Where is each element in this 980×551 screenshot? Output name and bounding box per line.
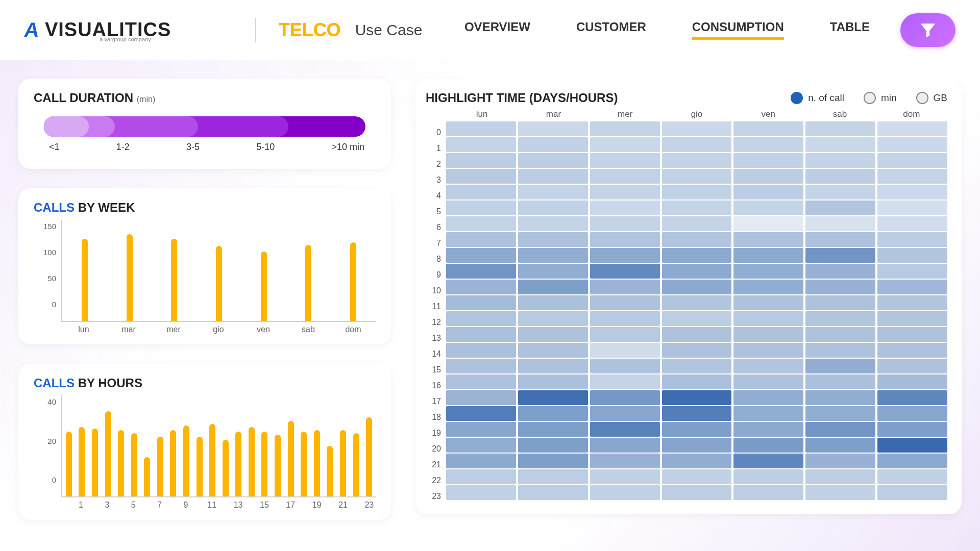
heat-cell[interactable] xyxy=(446,374,516,389)
legend-min[interactable]: min xyxy=(864,92,897,104)
heat-cell[interactable] xyxy=(590,121,660,136)
heat-cell[interactable] xyxy=(733,248,803,263)
heat-cell[interactable] xyxy=(446,327,516,342)
heat-cell[interactable] xyxy=(590,438,660,453)
bar[interactable] xyxy=(261,432,267,496)
heat-cell[interactable] xyxy=(662,137,732,152)
heat-cell[interactable] xyxy=(662,327,732,342)
bar[interactable] xyxy=(183,425,189,496)
bar[interactable] xyxy=(197,437,203,496)
heat-cell[interactable] xyxy=(590,280,660,294)
heat-cell[interactable] xyxy=(805,359,875,373)
heat-cell[interactable] xyxy=(518,469,588,484)
heat-cell[interactable] xyxy=(733,185,803,199)
heat-cell[interactable] xyxy=(805,121,875,136)
bar[interactable] xyxy=(223,440,229,496)
heat-cell[interactable] xyxy=(590,185,660,199)
heat-cell[interactable] xyxy=(662,232,732,247)
heat-cell[interactable] xyxy=(446,201,516,215)
bar[interactable] xyxy=(82,239,88,321)
heat-cell[interactable] xyxy=(877,232,947,247)
heat-cell[interactable] xyxy=(733,469,803,484)
heat-cell[interactable] xyxy=(805,248,875,263)
heat-cell[interactable] xyxy=(805,327,875,342)
heat-cell[interactable] xyxy=(446,153,516,168)
heat-cell[interactable] xyxy=(733,264,803,279)
heat-cell[interactable] xyxy=(662,469,732,484)
heat-cell[interactable] xyxy=(805,469,875,484)
heat-cell[interactable] xyxy=(518,216,588,231)
heat-cell[interactable] xyxy=(518,153,588,168)
heat-cell[interactable] xyxy=(518,343,588,358)
heat-cell[interactable] xyxy=(590,390,660,405)
heat-cell[interactable] xyxy=(733,201,803,215)
heat-cell[interactable] xyxy=(590,248,660,263)
heat-cell[interactable] xyxy=(805,311,875,326)
heat-cell[interactable] xyxy=(446,469,516,484)
heat-cell[interactable] xyxy=(733,422,803,437)
heat-cell[interactable] xyxy=(446,169,516,184)
heat-cell[interactable] xyxy=(446,422,516,437)
heat-cell[interactable] xyxy=(733,232,803,247)
heat-cell[interactable] xyxy=(805,185,875,199)
bar[interactable] xyxy=(170,430,176,496)
bar[interactable] xyxy=(249,427,255,496)
heat-cell[interactable] xyxy=(662,216,732,231)
heat-cell[interactable] xyxy=(518,280,588,294)
heat-cell[interactable] xyxy=(446,137,516,152)
heat-cell[interactable] xyxy=(662,248,732,263)
heat-cell[interactable] xyxy=(805,216,875,231)
heat-cell[interactable] xyxy=(662,359,732,373)
heat-cell[interactable] xyxy=(877,422,947,437)
heat-cell[interactable] xyxy=(877,295,947,310)
heat-cell[interactable] xyxy=(733,374,803,389)
heat-cell[interactable] xyxy=(877,137,947,152)
nav-consumption[interactable]: CONSUMPTION xyxy=(692,20,784,40)
heat-cell[interactable] xyxy=(518,438,588,453)
bar[interactable] xyxy=(92,429,98,496)
heat-cell[interactable] xyxy=(877,485,947,500)
heat-cell[interactable] xyxy=(733,390,803,405)
heat-cell[interactable] xyxy=(590,232,660,247)
heat-cell[interactable] xyxy=(446,185,516,199)
heat-cell[interactable] xyxy=(446,359,516,373)
heat-cell[interactable] xyxy=(733,454,803,468)
heat-cell[interactable] xyxy=(446,485,516,500)
heat-cell[interactable] xyxy=(446,248,516,263)
heat-cell[interactable] xyxy=(733,216,803,231)
heat-cell[interactable] xyxy=(518,406,588,421)
heat-cell[interactable] xyxy=(662,438,732,453)
heat-cell[interactable] xyxy=(446,121,516,136)
bar[interactable] xyxy=(66,432,72,496)
bar[interactable] xyxy=(288,421,294,496)
heat-cell[interactable] xyxy=(662,185,732,199)
heat-cell[interactable] xyxy=(733,311,803,326)
nav-table[interactable]: TABLE xyxy=(830,20,870,40)
heat-cell[interactable] xyxy=(733,485,803,500)
heat-cell[interactable] xyxy=(805,280,875,294)
heat-cell[interactable] xyxy=(805,406,875,421)
heat-cell[interactable] xyxy=(805,295,875,310)
heat-cell[interactable] xyxy=(877,327,947,342)
heat-cell[interactable] xyxy=(805,374,875,389)
heat-cell[interactable] xyxy=(733,438,803,453)
bar[interactable] xyxy=(131,433,137,496)
bar[interactable] xyxy=(350,242,356,321)
nav-customer[interactable]: CUSTOMER xyxy=(576,20,646,40)
heat-cell[interactable] xyxy=(518,121,588,136)
heat-cell[interactable] xyxy=(733,295,803,310)
heat-cell[interactable] xyxy=(805,264,875,279)
heat-cell[interactable] xyxy=(805,390,875,405)
heat-cell[interactable] xyxy=(446,280,516,294)
heat-cell[interactable] xyxy=(805,169,875,184)
heat-cell[interactable] xyxy=(518,137,588,152)
heat-cell[interactable] xyxy=(733,280,803,294)
heat-cell[interactable] xyxy=(446,390,516,405)
heat-cell[interactable] xyxy=(446,232,516,247)
heat-cell[interactable] xyxy=(733,343,803,358)
heat-cell[interactable] xyxy=(518,169,588,184)
heat-cell[interactable] xyxy=(590,374,660,389)
heat-cell[interactable] xyxy=(733,406,803,421)
heat-cell[interactable] xyxy=(877,454,947,468)
bar[interactable] xyxy=(216,246,222,321)
